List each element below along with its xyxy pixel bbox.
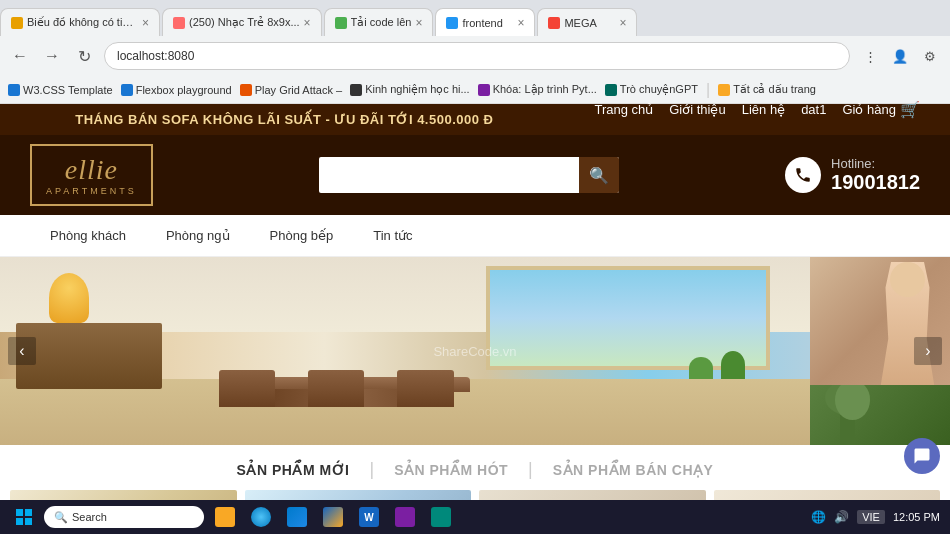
address-bar[interactable]: localhost:8080 xyxy=(104,42,850,70)
hero-arrow-left[interactable]: ‹ xyxy=(8,337,36,365)
bookmark-kinh[interactable]: Kinh nghiệm học hi... xyxy=(350,83,470,96)
browser-icon xyxy=(251,507,271,527)
taskbar-app-word[interactable]: W xyxy=(352,500,386,534)
file-manager-icon xyxy=(215,507,235,527)
svg-rect-2 xyxy=(16,518,23,525)
tab-2-title: (250) Nhạc Trẻ 8x9x... xyxy=(189,16,300,29)
top-nav-giohang[interactable]: Giỏ hàng 🛒 xyxy=(842,100,920,119)
search-input[interactable] xyxy=(319,168,579,183)
nav-item-tintuc[interactable]: Tin tức xyxy=(353,215,432,257)
chat-icon xyxy=(913,447,931,465)
tab-3[interactable]: Tải code lên × xyxy=(324,8,434,36)
taskbar-app-python[interactable] xyxy=(316,500,350,534)
extensions-button[interactable]: ⋮ xyxy=(858,44,882,68)
bookmark-kinh-label: Kinh nghiệm học hi... xyxy=(365,83,470,96)
top-nav: Trang chủ Giới thiệu Liên hệ dat1 Giỏ hà… xyxy=(594,100,920,119)
logo-box[interactable]: ellie APARTMENTS xyxy=(30,144,153,206)
bookmark-grid-favicon xyxy=(240,84,252,96)
taskbar-app-vscode[interactable] xyxy=(280,500,314,534)
search-icon: 🔍 xyxy=(589,166,609,185)
tab-2-favicon xyxy=(173,17,185,29)
tab-4[interactable]: frontend × xyxy=(435,8,535,36)
top-nav-trangchu[interactable]: Trang chủ xyxy=(594,102,653,117)
taskbar-app-note[interactable] xyxy=(388,500,422,534)
hotline-label: Hotline: xyxy=(831,156,920,171)
address-text: localhost:8080 xyxy=(117,49,194,63)
bookmark-flexbox[interactable]: Flexbox playground xyxy=(121,84,232,96)
chat-bubble[interactable] xyxy=(904,438,940,474)
tab-1-close[interactable]: × xyxy=(142,16,149,30)
bookmark-w3css-favicon xyxy=(8,84,20,96)
chat-app-icon xyxy=(431,507,451,527)
nav-item-phongngủ[interactable]: Phòng ngủ xyxy=(146,215,250,257)
bookmark-flexbox-favicon xyxy=(121,84,133,96)
bookmark-w3css-label: W3.CSS Template xyxy=(23,84,113,96)
nav-item-phongbep[interactable]: Phòng bếp xyxy=(250,215,354,257)
tab-5-favicon xyxy=(548,17,560,29)
profile-button[interactable]: 👤 xyxy=(888,44,912,68)
top-nav-dat1[interactable]: dat1 xyxy=(801,102,826,117)
settings-button[interactable]: ⚙ xyxy=(918,44,942,68)
tab-3-close[interactable]: × xyxy=(415,16,422,30)
tab-2-close[interactable]: × xyxy=(304,16,311,30)
nav-item-phongkhach[interactable]: Phòng khách xyxy=(30,215,146,257)
back-button[interactable]: ← xyxy=(8,44,32,68)
phone-svg xyxy=(794,166,812,184)
taskbar-app-browser[interactable] xyxy=(244,500,278,534)
tab-3-title: Tải code lên xyxy=(351,16,412,29)
site-nav: Phòng khách Phòng ngủ Phòng bếp Tin tức xyxy=(0,215,950,257)
tab-bar: Biểu đồ không có tiêu đ... × (250) Nhạc … xyxy=(0,0,950,36)
bookmark-trochuyen[interactable]: Trò chuyệnGPT xyxy=(605,83,698,96)
bookmark-folder[interactable]: Tất cả dấu trang xyxy=(718,83,816,96)
tab-1-favicon xyxy=(11,17,23,29)
bookmark-w3css[interactable]: W3.CSS Template xyxy=(8,84,113,96)
nav-icons: ⋮ 👤 ⚙ xyxy=(858,44,942,68)
svg-rect-1 xyxy=(25,509,32,516)
taskbar-search-box[interactable]: 🔍 Search xyxy=(44,506,204,528)
left-chevron-icon: ‹ xyxy=(19,342,24,360)
bookmark-folder-favicon xyxy=(718,84,730,96)
hero-arrow-right[interactable]: › xyxy=(914,337,942,365)
bookmark-khoa-favicon xyxy=(478,84,490,96)
tab-1[interactable]: Biểu đồ không có tiêu đ... × xyxy=(0,8,160,36)
tab-4-close[interactable]: × xyxy=(517,16,524,30)
search-button[interactable]: 🔍 xyxy=(579,157,619,193)
reload-button[interactable]: ↻ xyxy=(72,44,96,68)
logo-sub: APARTMENTS xyxy=(46,186,137,196)
tab-4-title: frontend xyxy=(462,17,513,29)
tab-san-pham-hot[interactable]: SẢN PHẨM HÓT xyxy=(374,462,528,478)
windows-icon xyxy=(16,509,32,525)
tab-san-pham-moi[interactable]: SẢN PHẨM MỚI xyxy=(217,462,370,478)
taskbar-app-chat[interactable] xyxy=(424,500,458,534)
top-nav-gioithieu[interactable]: Giới thiệu xyxy=(669,102,725,117)
bookmark-trochuyen-favicon xyxy=(605,84,617,96)
logo-area: ellie APARTMENTS xyxy=(30,144,153,206)
language-badge[interactable]: VIE xyxy=(857,510,885,524)
taskbar-search-icon: 🔍 xyxy=(54,511,68,524)
hero-main-image xyxy=(0,257,810,445)
bookmark-khoa[interactable]: Khóa: Lập trình Pyt... xyxy=(478,83,597,96)
tab-5[interactable]: MEGA × xyxy=(537,8,637,36)
bookmarks-separator: | xyxy=(706,81,710,99)
taskbar-app-file-manager[interactable] xyxy=(208,500,242,534)
search-area: 🔍 xyxy=(153,157,785,193)
tab-san-pham-ban-chay[interactable]: SẢN PHẨM BÁN CHẠY xyxy=(533,462,734,478)
tab-2[interactable]: (250) Nhạc Trẻ 8x9x... × xyxy=(162,8,322,36)
bookmark-khoa-label: Khóa: Lập trình Pyt... xyxy=(493,83,597,96)
hotline-area: Hotline: 19001812 xyxy=(785,156,920,194)
tab-5-close[interactable]: × xyxy=(619,16,626,30)
tab-3-favicon xyxy=(335,17,347,29)
tab-1-title: Biểu đồ không có tiêu đ... xyxy=(27,16,138,29)
bookmark-flexbox-label: Flexbox playground xyxy=(136,84,232,96)
forward-button[interactable]: → xyxy=(40,44,64,68)
product-tabs: SẢN PHẨM MỚI | SẢN PHẨM HÓT | SẢN PHẨM B… xyxy=(0,445,950,490)
phone-icon xyxy=(785,157,821,193)
start-button[interactable] xyxy=(4,500,44,534)
bookmark-grid[interactable]: Play Grid Attack – xyxy=(240,84,342,96)
hero-watermark: ShareCode.vn xyxy=(433,344,516,359)
browser-chrome: Biểu đồ không có tiêu đ... × (250) Nhạc … xyxy=(0,0,950,104)
hero-banner: ‹ › ShareCode.vn xyxy=(0,257,950,445)
top-nav-lienhe[interactable]: Liên hệ xyxy=(742,102,785,117)
hero-side-bottom-panel xyxy=(810,385,950,445)
right-chevron-icon: › xyxy=(925,342,930,360)
